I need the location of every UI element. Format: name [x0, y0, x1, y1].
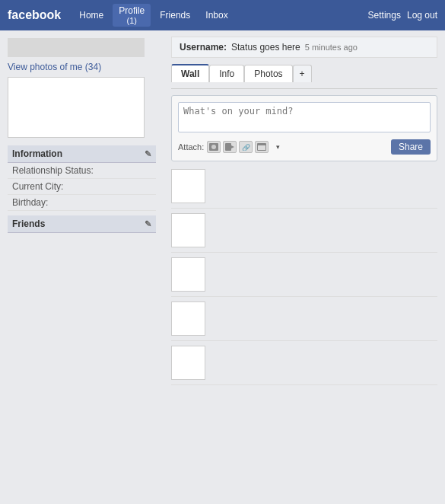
wall-post-input[interactable]	[178, 102, 431, 132]
feed-item-5	[171, 346, 437, 385]
attach-photo-btn[interactable]	[207, 141, 221, 153]
brand-logo[interactable]: facebook	[8, 8, 61, 22]
nav-profile-label: Profile	[119, 5, 145, 16]
feed-content-4	[211, 301, 437, 336]
svg-rect-2	[225, 143, 231, 151]
svg-text:🔗: 🔗	[242, 143, 250, 151]
feed-thumb-4	[171, 301, 205, 336]
tabs-bar: Wall Info Photos +	[171, 64, 437, 82]
main-layout: View photos of me (34) Information ✎ Rel…	[0, 30, 445, 397]
tabs-divider	[171, 88, 437, 89]
nav-inbox[interactable]: Inbox	[199, 7, 234, 24]
nav-friends[interactable]: Friends	[154, 7, 196, 24]
svg-rect-6	[258, 145, 265, 150]
info-relationship: Relationship Status:	[8, 163, 156, 179]
nav-friends-count: (1)	[127, 16, 137, 25]
nav-links: Home Profile (1) Friends Inbox	[73, 4, 367, 27]
attach-link-btn[interactable]: 🔗	[239, 141, 253, 153]
large-photo-box	[8, 77, 145, 138]
tab-photos[interactable]: Photos	[244, 65, 292, 82]
feed-thumb-5	[171, 346, 205, 380]
feed-thumb-3	[171, 257, 205, 292]
logout-link[interactable]: Log out	[407, 10, 437, 21]
feed-thumb-1	[171, 169, 205, 203]
nav-home[interactable]: Home	[73, 7, 110, 24]
feed-content-2	[211, 213, 437, 247]
status-bar: Username: Status goes here 5 minutes ago	[171, 37, 437, 58]
wall-post-box: Attach: 🔗 ▾	[171, 95, 437, 161]
feed-item-2	[171, 213, 437, 253]
friends-section-header: Friends ✎	[8, 215, 156, 233]
svg-marker-3	[231, 145, 234, 148]
info-edit-icon[interactable]: ✎	[145, 149, 151, 159]
friends-header-label: Friends	[12, 219, 45, 229]
info-city: Current City:	[8, 179, 156, 195]
attach-more-btn[interactable]: ▾	[271, 141, 284, 153]
tab-wall[interactable]: Wall	[171, 64, 209, 82]
nav-right: Settings Log out	[368, 10, 437, 21]
feed-content-1	[211, 169, 437, 203]
nav-profile[interactable]: Profile (1)	[113, 4, 151, 27]
sidebar: View photos of me (34) Information ✎ Rel…	[0, 30, 164, 397]
profile-pic-placeholder	[8, 38, 145, 57]
feed-item-4	[171, 301, 437, 341]
view-photos-link[interactable]: View photos of me (34)	[8, 62, 156, 72]
attach-label: Attach:	[178, 142, 204, 152]
feed-content-3	[211, 257, 437, 292]
content-area: Username: Status goes here 5 minutes ago…	[164, 30, 445, 397]
settings-link[interactable]: Settings	[368, 10, 401, 21]
info-birthday: Birthday:	[8, 195, 156, 211]
info-section: Information ✎ Relationship Status: Curre…	[8, 145, 156, 211]
attach-event-btn[interactable]	[255, 141, 269, 153]
share-button[interactable]: Share	[391, 139, 431, 155]
status-text: Status goes here	[231, 42, 300, 53]
attach-icons: 🔗 ▾	[207, 141, 284, 153]
friends-section: Friends ✎	[8, 215, 156, 233]
tab-info[interactable]: Info	[209, 65, 244, 82]
navbar: facebook Home Profile (1) Friends Inbox …	[0, 0, 445, 30]
wall-post-footer: Attach: 🔗 ▾	[178, 139, 431, 155]
username-label: Username:	[180, 42, 227, 53]
attach-video-btn[interactable]	[223, 141, 237, 153]
friends-edit-icon[interactable]: ✎	[145, 219, 151, 229]
feed-content-5	[211, 346, 437, 380]
attach-area: Attach: 🔗 ▾	[178, 141, 284, 153]
feed-thumb-2	[171, 213, 205, 247]
time-ago: 5 minutes ago	[305, 43, 358, 52]
feed-item-1	[171, 169, 437, 209]
info-section-header: Information ✎	[8, 145, 156, 163]
info-header-label: Information	[12, 148, 62, 159]
feed-item-3	[171, 257, 437, 297]
tab-plus[interactable]: +	[293, 65, 312, 82]
svg-point-1	[211, 145, 216, 149]
